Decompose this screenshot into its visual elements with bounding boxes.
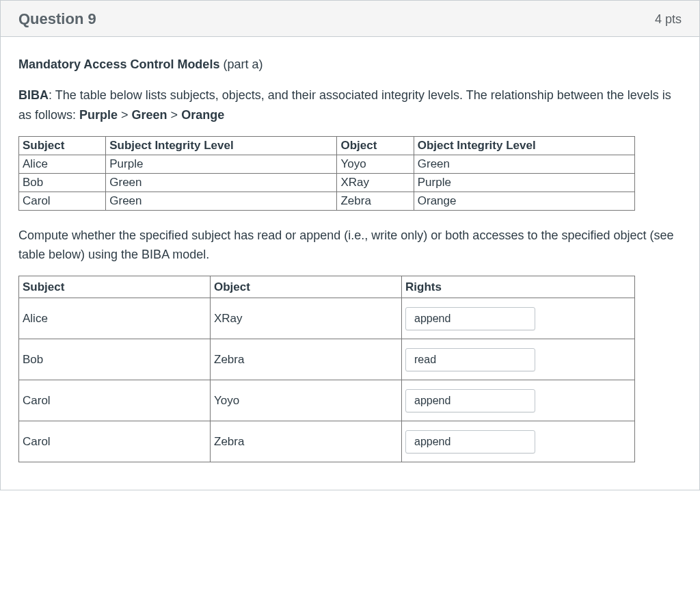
table-row: Alice Purple Yoyo Green <box>19 155 635 173</box>
cell: Purple <box>106 155 337 173</box>
cell: Alice <box>19 155 106 173</box>
level-purple: Purple <box>79 108 118 122</box>
col-object: Object <box>211 276 402 298</box>
cell: Purple <box>414 173 634 192</box>
rights-input[interactable]: append <box>405 389 535 412</box>
rights-input[interactable]: append <box>405 430 535 453</box>
question-number: Question 9 <box>18 10 96 28</box>
col-object: Object <box>337 136 414 155</box>
intro-paragraph: BIBA: The table below lists subjects, ob… <box>18 85 682 125</box>
cell: Bob <box>19 173 106 192</box>
rel-sep-1: > <box>118 108 132 122</box>
cell-object: Zebra <box>211 339 402 380</box>
instruction-paragraph: Compute whether the specified subject ha… <box>18 226 682 265</box>
cell: Green <box>414 155 634 173</box>
cell-subject: Alice <box>19 298 211 339</box>
cell: Yoyo <box>337 155 414 173</box>
cell: Orange <box>414 192 634 210</box>
table-row: Alice XRay append <box>19 298 635 339</box>
col-subject-level: Subject Integrity Level <box>106 136 337 155</box>
cell: Zebra <box>337 192 414 210</box>
cell-rights: append <box>402 380 635 421</box>
integrity-levels-table: Subject Subject Integrity Level Object O… <box>18 136 635 211</box>
cell: Green <box>106 173 337 192</box>
table-row: Carol Green Zebra Orange <box>19 192 635 210</box>
question-content: Mandatory Access Control Models (part a)… <box>1 37 699 490</box>
cell-subject: Bob <box>19 339 211 380</box>
cell: Green <box>106 192 337 210</box>
cell-object: Yoyo <box>211 380 402 421</box>
table-row: Bob Green XRay Purple <box>19 173 635 192</box>
col-subject: Subject <box>19 136 106 155</box>
section-title-bold: Mandatory Access Control Models <box>18 57 219 71</box>
table-row: Carol Zebra append <box>19 421 635 462</box>
table-row: Carol Yoyo append <box>19 380 635 421</box>
level-orange: Orange <box>181 108 224 122</box>
table-row: Bob Zebra read <box>19 339 635 380</box>
cell-subject: Carol <box>19 421 211 462</box>
col-rights: Rights <box>402 276 635 298</box>
table-header-row: Subject Object Rights <box>19 276 635 298</box>
cell: Carol <box>19 192 106 210</box>
question-header: Question 9 4 pts <box>1 1 699 37</box>
answer-table: Subject Object Rights Alice XRay append … <box>18 276 635 462</box>
cell-subject: Carol <box>19 380 211 421</box>
rights-input[interactable]: append <box>405 307 535 330</box>
rights-input[interactable]: read <box>405 348 535 371</box>
level-green: Green <box>132 108 167 122</box>
col-object-level: Object Integrity Level <box>414 136 634 155</box>
cell-object: XRay <box>211 298 402 339</box>
section-title-rest: (part a) <box>219 57 262 71</box>
cell: XRay <box>337 173 414 192</box>
col-subject: Subject <box>19 276 211 298</box>
cell-rights: append <box>402 298 635 339</box>
section-title: Mandatory Access Control Models (part a) <box>18 57 682 72</box>
question-points: 4 pts <box>655 12 682 27</box>
cell-rights: append <box>402 421 635 462</box>
question-card: Question 9 4 pts Mandatory Access Contro… <box>0 0 700 490</box>
cell-object: Zebra <box>211 421 402 462</box>
rel-sep-2: > <box>167 108 182 122</box>
table-header-row: Subject Subject Integrity Level Object O… <box>19 136 635 155</box>
model-name: BIBA <box>18 88 49 102</box>
cell-rights: read <box>402 339 635 380</box>
